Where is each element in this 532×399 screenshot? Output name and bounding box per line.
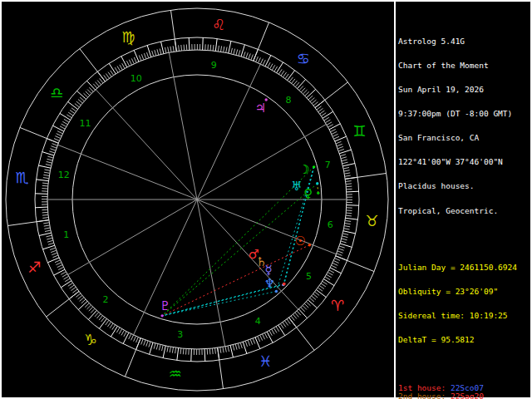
obliquity-value: Obliquity = 23°26'09" — [398, 288, 530, 296]
degree-tick — [332, 263, 337, 265]
chart-type-label: Chart of the Moment — [398, 62, 530, 70]
planet-venus-glyph: ♀ — [303, 186, 313, 201]
degree-tick — [112, 325, 116, 330]
degree-tick — [228, 346, 229, 352]
degree-tick — [340, 155, 346, 156]
degree-tick — [272, 329, 274, 334]
degree-tick — [44, 172, 50, 173]
chart-time: 9:37:00pm (DT -8:00 GMT) — [398, 110, 530, 118]
house-number-5: 5 — [306, 271, 312, 282]
degree-tick — [68, 101, 78, 109]
sign-boundary — [289, 318, 315, 350]
zodiac-aquarius-glyph: ♒ — [169, 365, 182, 382]
degree-tick — [347, 191, 359, 192]
degree-tick — [283, 323, 286, 328]
degree-tick — [329, 270, 334, 273]
degree-tick — [267, 332, 273, 342]
degree-tick — [343, 231, 356, 234]
degree-tick — [184, 45, 185, 51]
degree-tick — [233, 345, 234, 351]
degree-tick — [215, 348, 216, 354]
degree-tick — [91, 308, 95, 313]
degree-tick — [51, 146, 57, 148]
astro-data: Julian Day = 2461150.6924 Obliquity = 23… — [398, 247, 530, 360]
degree-tick — [248, 340, 249, 346]
degree-tick — [42, 185, 48, 186]
degree-tick — [180, 348, 181, 354]
degree-tick — [305, 91, 309, 96]
degree-tick — [321, 283, 326, 287]
degree-tick — [89, 307, 93, 311]
degree-tick — [58, 267, 63, 269]
degree-tick — [346, 186, 352, 187]
degree-tick — [149, 342, 150, 347]
degree-tick — [253, 338, 255, 343]
degree-tick — [43, 178, 49, 179]
degree-tick — [339, 246, 345, 248]
degree-tick — [270, 64, 273, 69]
degree-tick — [303, 306, 307, 310]
degree-tick — [239, 50, 240, 56]
degree-tick — [224, 47, 224, 52]
degree-tick — [255, 337, 260, 349]
degree-tick — [80, 298, 84, 302]
zodiac-sagittarius-glyph: ♐ — [28, 259, 42, 276]
degree-tick — [106, 320, 109, 325]
degree-tick — [76, 293, 80, 297]
degree-tick — [68, 283, 73, 286]
degree-tick — [342, 162, 348, 164]
degree-tick — [108, 72, 111, 77]
degree-tick — [104, 75, 107, 80]
degree-tick — [165, 47, 165, 53]
degree-tick — [177, 348, 179, 361]
degree-tick — [264, 333, 267, 338]
degree-tick — [186, 349, 187, 355]
degree-tick — [189, 37, 190, 50]
degree-tick — [38, 165, 51, 168]
chart-header: Astrolog 5.41G Chart of the Moment Sun A… — [398, 21, 530, 230]
degree-tick — [303, 90, 308, 94]
degree-tick — [304, 303, 308, 308]
astrolog-window: ♈♉♊♋♌♍♎♏♐♑♒♓123456789101112♆☿♄♂☉♀♅☽♃♇ As… — [0, 0, 532, 399]
degree-tick — [57, 131, 62, 134]
degree-tick — [287, 319, 290, 324]
degree-tick — [325, 120, 330, 123]
app-title: Astrolog 5.41G — [398, 37, 530, 46]
degree-tick — [62, 274, 67, 277]
degree-tick — [51, 250, 57, 252]
planet-uranus-marker — [316, 182, 318, 185]
degree-tick — [343, 167, 349, 168]
info-panel: Astrolog 5.41G Chart of the Moment Sun A… — [398, 5, 530, 399]
degree-tick — [139, 55, 141, 60]
degree-tick — [337, 251, 343, 253]
degree-tick — [291, 316, 294, 320]
degree-tick — [179, 45, 180, 51]
degree-tick — [250, 339, 252, 345]
degree-tick — [111, 326, 117, 337]
house-number-1: 1 — [63, 229, 69, 240]
degree-tick — [230, 345, 233, 357]
degree-tick — [170, 347, 170, 352]
zodiac-leo-glyph: ♌ — [212, 16, 225, 33]
degree-tick — [43, 175, 49, 175]
zodiac-scorpio-glyph: ♏ — [16, 169, 29, 186]
house-number-2: 2 — [102, 294, 108, 305]
degree-tick — [346, 218, 358, 219]
degree-tick — [331, 129, 336, 131]
zodiac-taurus-glyph: ♉ — [365, 212, 378, 229]
sign-boundary — [170, 10, 176, 52]
degree-tick — [235, 344, 237, 350]
degree-tick — [61, 281, 71, 288]
degree-tick — [50, 248, 56, 249]
degree-tick — [50, 149, 56, 150]
degree-tick — [337, 146, 343, 148]
degree-tick — [272, 65, 275, 70]
degree-tick — [117, 66, 121, 71]
degree-tick — [121, 57, 127, 67]
degree-tick — [122, 63, 125, 68]
zodiac-capricorn-glyph: ♑ — [84, 331, 97, 348]
degree-tick — [163, 346, 165, 358]
planet-uranus-glyph: ♅ — [291, 179, 302, 194]
degree-tick — [60, 113, 71, 120]
degree-tick — [47, 258, 59, 263]
